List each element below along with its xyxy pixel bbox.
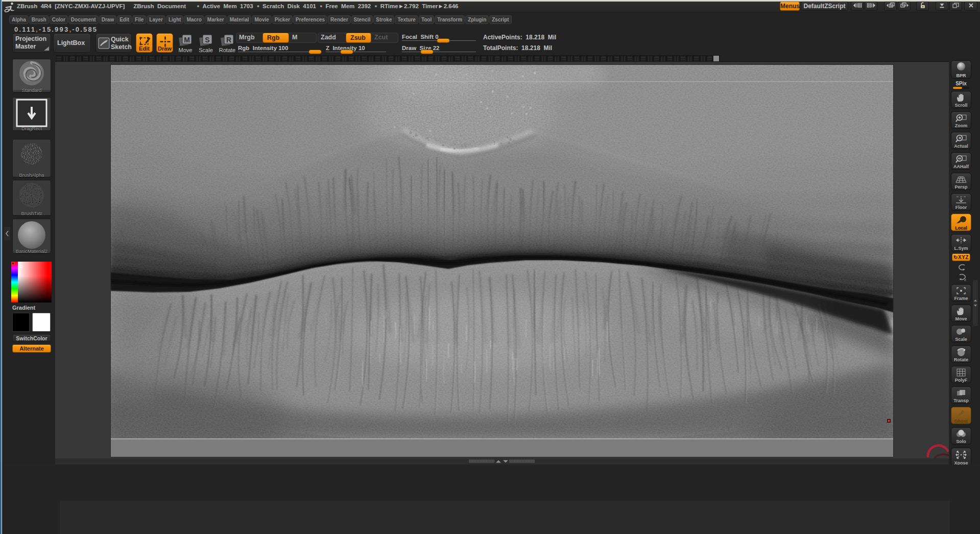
svg-text:z: z	[964, 277, 966, 282]
svg-text:S: S	[205, 36, 209, 44]
svg-text:M: M	[184, 36, 190, 44]
svg-text:R: R	[226, 36, 231, 44]
